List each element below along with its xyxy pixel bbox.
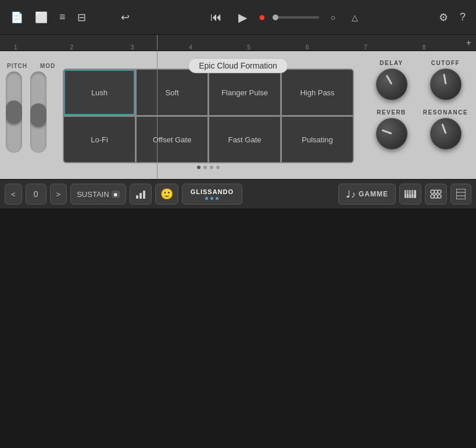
svg-rect-10: [411, 190, 412, 195]
rewind-button[interactable]: ⏮: [206, 8, 227, 26]
chord-view-button[interactable]: [425, 184, 447, 205]
svg-rect-11: [413, 190, 414, 195]
page-dot-3[interactable]: [210, 166, 213, 169]
arpeggio-icon: [135, 188, 146, 200]
list-icon[interactable]: ≡: [56, 9, 69, 26]
g-dot-2: [210, 197, 213, 200]
help-icon[interactable]: ?: [456, 9, 469, 26]
keyboard-view-button[interactable]: [399, 184, 421, 205]
volume-slider[interactable]: [273, 16, 319, 19]
layers-icon[interactable]: ⬜: [31, 9, 51, 26]
pad-soft[interactable]: Soft: [137, 70, 207, 115]
arpeggio-button[interactable]: [130, 184, 152, 205]
pitch-slider[interactable]: [6, 71, 22, 153]
pad-grid: Lush Soft Flanger Pulse High Pass Lo-Fi …: [63, 69, 354, 163]
playhead-ruler: [157, 35, 158, 51]
ruler-mark-7: 7: [364, 44, 367, 51]
ruler-mark-5: 5: [248, 44, 251, 51]
metronome-icon[interactable]: △: [347, 10, 363, 24]
svg-rect-18: [456, 189, 466, 199]
svg-point-13: [434, 190, 438, 193]
prev-octave-button[interactable]: <: [5, 184, 22, 205]
resonance-knob-group: RESONANCE: [421, 109, 470, 149]
playhead-main: [157, 51, 158, 179]
cutoff-label: CUTOFF: [431, 60, 460, 66]
record-button[interactable]: ●: [259, 10, 266, 24]
svg-point-16: [434, 195, 438, 198]
svg-point-17: [438, 195, 441, 198]
toolbar: 📄 ⬜ ≡ ⊟ ↩ ⏮ ▶ ● ○ △ ⚙ ?: [0, 0, 476, 35]
svg-point-15: [431, 195, 434, 198]
pitch-label: PITCH: [7, 63, 27, 69]
settings-icon[interactable]: ⚙: [435, 9, 452, 26]
emoji-icon: 🙂: [160, 188, 173, 200]
ruler-mark-6: 6: [306, 44, 309, 51]
controls-bar: < 0 > SUSTAIN ■ 🙂 GLISSANDO ♩♪ GAMME: [0, 179, 476, 209]
toolbar-right: ⚙ ?: [435, 9, 469, 26]
svg-rect-1: [139, 193, 142, 199]
emoji-button[interactable]: 🙂: [155, 184, 178, 205]
pad-lo-fi[interactable]: Lo-Fi: [64, 117, 135, 162]
sustain-indicator: ■: [112, 191, 120, 198]
page-dot-1[interactable]: [197, 166, 201, 169]
preset-label[interactable]: Epic Cloud Formation: [188, 58, 288, 73]
reverb-knob-group: REVERB: [367, 109, 416, 149]
ruler-mark-3: 3: [131, 44, 134, 51]
chord-icon: [430, 189, 442, 199]
g-dot-1: [205, 197, 208, 200]
resonance-label: RESONANCE: [423, 109, 468, 116]
pad-pulsating[interactable]: Pulsating: [282, 117, 353, 162]
strip-view-button[interactable]: [450, 184, 471, 205]
pad-high-pass[interactable]: High Pass: [282, 70, 353, 115]
pad-flanger-pulse[interactable]: Flanger Pulse: [209, 70, 280, 115]
pitch-mod-section: PITCH MOD: [6, 63, 55, 153]
svg-rect-2: [143, 191, 145, 199]
pad-fast-gate[interactable]: Fast Gate: [209, 117, 280, 162]
svg-rect-9: [409, 190, 410, 195]
ruler-mark-2: 2: [70, 44, 73, 51]
strip-icon: [456, 189, 466, 199]
mod-label: MOD: [40, 63, 55, 69]
svg-point-14: [438, 190, 441, 193]
resonance-knob[interactable]: [430, 118, 461, 149]
pad-grid-section: Lush Soft Flanger Pulse High Pass Lo-Fi …: [63, 69, 354, 171]
reverb-knob[interactable]: [376, 118, 407, 149]
svg-rect-7: [414, 190, 416, 198]
pad-lush[interactable]: Lush: [64, 70, 135, 115]
mixer-icon[interactable]: ⊟: [74, 9, 90, 26]
mod-slider[interactable]: [30, 71, 46, 153]
ruler-mark-1: 1: [14, 44, 17, 51]
gamme-button[interactable]: ♩♪ GAMME: [338, 184, 396, 205]
delay-knob[interactable]: [376, 69, 407, 100]
octave-value: 0: [26, 184, 46, 205]
add-track-button[interactable]: +: [466, 38, 471, 48]
delay-knob-group: DELAY: [367, 60, 416, 100]
play-button[interactable]: ▶: [234, 8, 252, 27]
page-dots: [63, 163, 354, 171]
reverb-label: REVERB: [377, 109, 406, 116]
transport-controls: ⏮ ▶ ● ○ △: [206, 8, 363, 27]
svg-rect-8: [406, 190, 407, 195]
cutoff-knob[interactable]: [430, 69, 461, 100]
svg-point-12: [431, 190, 434, 193]
keyboard-icon: [405, 190, 416, 198]
ruler-mark-8: 8: [423, 44, 426, 51]
ruler-mark-4: 4: [189, 44, 192, 51]
undo-icon[interactable]: ↩: [117, 9, 133, 26]
glissando-dots: [205, 197, 219, 200]
volume-icon: ○: [326, 10, 340, 24]
next-octave-button[interactable]: >: [50, 184, 67, 205]
doc-icon[interactable]: 📄: [7, 9, 27, 26]
notes-icon: ♩♪: [346, 189, 356, 200]
sustain-button[interactable]: SUSTAIN ■: [70, 184, 126, 205]
pad-offset-gate[interactable]: Offset Gate: [137, 117, 207, 162]
svg-rect-0: [136, 195, 138, 199]
knobs-section: DELAY CUTOFF REVERB RESONANCE: [367, 60, 470, 149]
delay-label: DELAY: [380, 60, 403, 66]
page-dot-2[interactable]: [203, 166, 207, 169]
g-dot-3: [216, 197, 219, 200]
instrument-area: Epic Cloud Formation PITCH MOD Lush Soft: [0, 51, 476, 179]
cutoff-knob-group: CUTOFF: [421, 60, 470, 100]
glissando-button[interactable]: GLISSANDO: [182, 184, 242, 205]
page-dot-4[interactable]: [216, 166, 220, 169]
